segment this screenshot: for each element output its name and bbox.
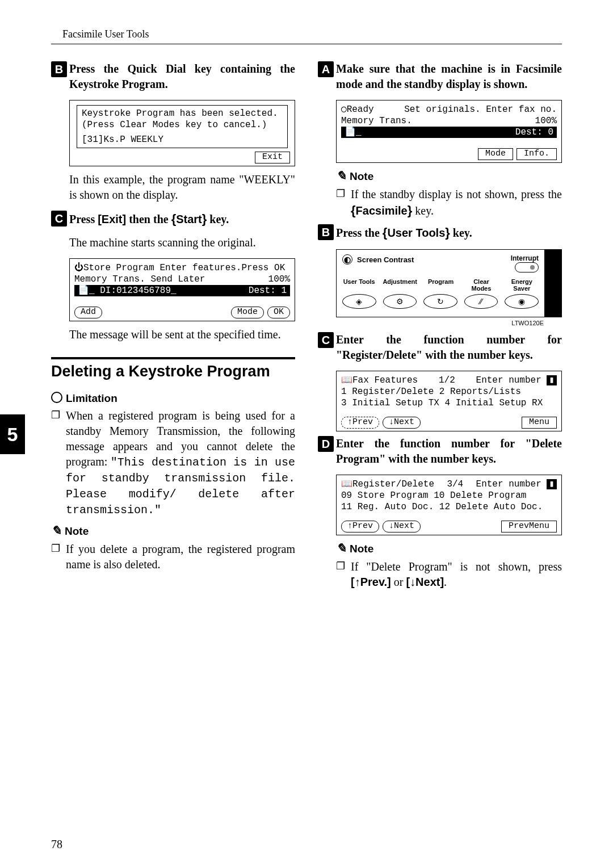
program-knob[interactable]: ↻ <box>423 294 457 309</box>
limitation-item: ❐ When a registered program is being use… <box>51 408 295 518</box>
note-label: Note <box>51 523 295 538</box>
text: If "Delete Program" is not shown, press <box>351 560 562 573</box>
lcd-line: [31]Ks.P WEEKLY <box>82 134 283 145</box>
header-rule <box>51 44 562 44</box>
text: If you delete a program, the registered … <box>66 542 295 572</box>
lcd-page: 1/2 <box>439 375 455 386</box>
next-button[interactable]: ↓Next <box>383 417 421 429</box>
text: . <box>444 576 447 588</box>
panel-label: Adjustment <box>383 278 417 292</box>
step-3-text: Press [Exit] then the {Start} key. <box>69 211 295 228</box>
lcd-dest: Dest: 1 <box>249 285 287 296</box>
page-header: Facsimile User Tools <box>62 28 562 40</box>
mode-button[interactable]: Mode <box>231 307 264 318</box>
exit-key-label: [Exit] <box>98 213 126 225</box>
lcd-line: 09 Store Program 10 Delete Program <box>341 490 557 501</box>
next-key-label: [↓Next] <box>406 576 444 588</box>
text: key. <box>412 204 434 217</box>
bullet-icon: ❐ <box>336 187 345 219</box>
lcd-page: 3/4 <box>447 479 463 490</box>
start-key-label: Start <box>176 213 202 225</box>
control-panel-diagram: ◐ Screen Contrast Interrupt User Tools A… <box>336 249 562 317</box>
note-item: ❐ If you delete a program, the registere… <box>51 542 295 572</box>
lcd-inner: Keystroke Program has been selected. (Pr… <box>77 105 288 148</box>
text: Press the <box>336 227 383 239</box>
user-tools-key-label: User Tools <box>387 227 445 239</box>
lcd-line: Memory Trans. Send Later <box>74 274 205 285</box>
cursor-icon: ▮ <box>547 375 557 385</box>
lcd-register-delete: 📖Register/Delete 3/4 Enter number ▮ 09 S… <box>336 475 562 535</box>
menu-button[interactable]: Menu <box>522 417 557 429</box>
cursor-icon: ▮ <box>547 479 557 489</box>
lcd-ready: ◯Ready Set originals. Enter fax no. Memo… <box>336 100 562 163</box>
text: or <box>391 576 406 588</box>
paragraph: In this example, the program name "WEEKL… <box>69 172 295 203</box>
note-item: ❐ If "Delete Program" is not shown, pres… <box>336 559 562 590</box>
mode-button[interactable]: Mode <box>478 148 513 160</box>
section-heading: Deleting a Keystroke Program <box>51 357 295 380</box>
step-1: A Make sure that the machine is in Facsi… <box>318 61 562 92</box>
note-label: Note <box>336 169 562 183</box>
panel-side <box>544 250 561 317</box>
step-4r: D Enter the function number for "Delete … <box>318 436 562 467</box>
step-2: B Press the Quick Dial key containing th… <box>51 61 295 92</box>
limitation-label: Limitation <box>51 392 295 405</box>
bullet-icon: ❐ <box>336 559 345 590</box>
panel-label: User Tools <box>342 278 376 292</box>
text: key. <box>450 227 472 239</box>
lcd-value: 100% <box>535 115 557 127</box>
energy-saver-knob[interactable]: ◉ <box>505 294 539 309</box>
step-number-icon: D <box>318 436 334 452</box>
panel-label: Clear Modes <box>464 278 498 292</box>
lcd-store-program: ⏻Store Program Enter features.Press OK M… <box>69 258 295 321</box>
lcd-line: 📄_ <box>345 127 362 138</box>
prev-button[interactable]: ↑Prev <box>341 417 379 429</box>
lcd-fax-features: 📖Fax Features 1/2 Enter number ▮ 1 Regis… <box>336 371 562 431</box>
step-1-text: Make sure that the machine is in Facsimi… <box>336 61 562 92</box>
clear-modes-knob[interactable]: ⁄⁄ <box>464 294 498 309</box>
screen-contrast-label: ◐ Screen Contrast <box>342 254 414 265</box>
info-button[interactable]: Info. <box>517 148 557 160</box>
text: key. <box>207 213 229 225</box>
interrupt-label: Interrupt <box>511 254 539 272</box>
lcd-line: 📖Register/Delete <box>341 479 434 490</box>
left-column: B Press the Quick Dial key containing th… <box>51 61 295 596</box>
step-number-icon: B <box>51 61 67 77</box>
note-label: Note <box>336 541 562 556</box>
contrast-icon: ◐ <box>342 254 352 265</box>
adjustment-knob[interactable]: ⚙ <box>383 294 417 309</box>
next-button[interactable]: ↓Next <box>383 521 421 532</box>
prev-menu-button[interactable]: PrevMenu <box>501 521 557 532</box>
lcd-line: 3 Initial Setup TX 4 Initial Setup RX <box>341 397 557 409</box>
text: then the <box>126 213 171 225</box>
interrupt-button[interactable] <box>515 262 539 272</box>
lcd-value: 100% <box>268 274 290 285</box>
step-number-icon: C <box>51 211 67 227</box>
lcd-line: ◯Ready <box>341 104 374 115</box>
lcd-line: Set originals. Enter fax no. <box>404 104 557 115</box>
step-3r: C Enter the function number for "Registe… <box>318 332 562 363</box>
panel-label: Program <box>424 278 457 292</box>
chapter-tab: 5 <box>0 414 25 454</box>
ok-button[interactable]: OK <box>267 307 290 318</box>
lcd-line: 📖Fax Features <box>341 375 418 386</box>
panel-caption: LTWO120E <box>318 320 544 326</box>
step-2r: B Press the {User Tools} key. <box>318 224 562 241</box>
lcd-line: (Press Clear Modes key to cancel.) <box>82 119 283 131</box>
exit-button[interactable]: Exit <box>255 152 290 163</box>
step-2-text: Press the Quick Dial key containing the … <box>69 61 295 92</box>
step-text: Enter the function number for "Delete Pr… <box>336 436 562 467</box>
add-button[interactable]: Add <box>74 307 102 318</box>
step-number-icon: B <box>318 224 334 240</box>
page-number: 78 <box>51 838 62 851</box>
paragraph: The message will be sent at the specifie… <box>69 327 295 342</box>
bullet-icon: ❐ <box>51 542 60 572</box>
facsimile-key-label: Facsimile <box>356 204 408 217</box>
prev-button[interactable]: ↑Prev <box>341 521 379 532</box>
lcd-line: Memory Trans. <box>341 115 412 127</box>
user-tools-knob[interactable]: ◈ <box>342 294 376 309</box>
note-item: ❐ If the standby display is not shown, p… <box>336 187 562 219</box>
text: If the standby display is not shown, pre… <box>351 188 562 200</box>
step-text: Press the {User Tools} key. <box>336 224 562 241</box>
lcd-line: ⏻Store Program Enter features.Press OK <box>74 262 290 274</box>
